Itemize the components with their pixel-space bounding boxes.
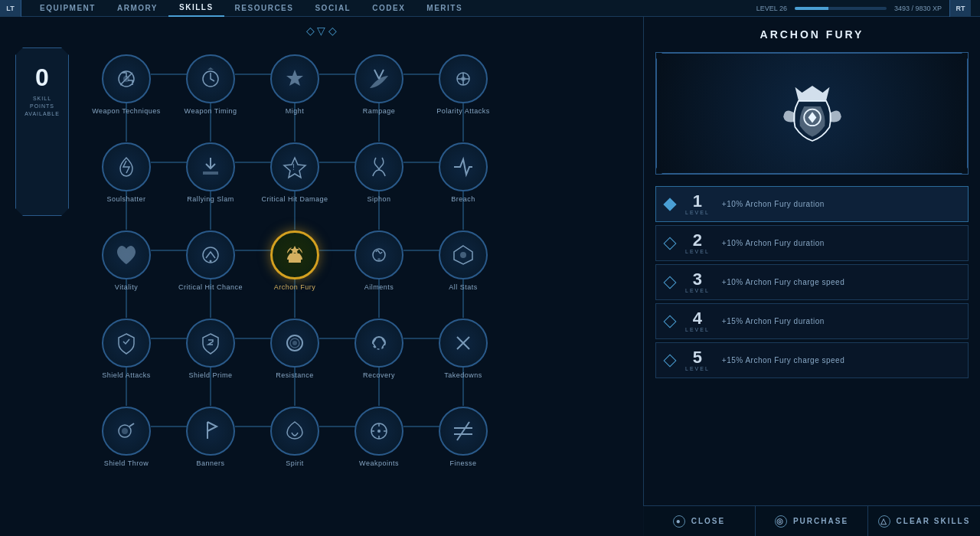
banners-label: Banners bbox=[196, 459, 224, 467]
level-row-3[interactable]: 3 LEVEL +10% Archon Fury charge speed bbox=[655, 264, 969, 300]
skill-polarity-attacks[interactable]: Polarity Attacks bbox=[421, 41, 505, 129]
level-row-4[interactable]: 4 LEVEL +15% Archon Fury duration bbox=[655, 303, 969, 339]
level-2-diamond bbox=[664, 237, 677, 250]
shield-attacks-label: Shield Attacks bbox=[102, 371, 151, 379]
skill-rampage[interactable]: Rampage bbox=[337, 41, 421, 129]
nav-right: LEVEL 26 3493 / 9830 XP RT bbox=[756, 0, 980, 17]
skill-weapon-techniques[interactable]: Weapon Techniques bbox=[84, 41, 168, 129]
vitality-label: Vitality bbox=[115, 283, 138, 291]
rt-badge[interactable]: RT bbox=[949, 0, 971, 17]
skill-might[interactable]: Might bbox=[253, 41, 337, 129]
bottom-buttons: ● CLOSE ◎ PURCHASE △ CLEAR SKILLS bbox=[643, 505, 980, 536]
level-5-group: 5 LEVEL bbox=[685, 349, 710, 371]
level-row-2[interactable]: 2 LEVEL +10% Archon Fury duration bbox=[655, 225, 969, 261]
all-stats-icon bbox=[439, 230, 488, 279]
svg-point-49 bbox=[377, 258, 381, 261]
level-text: LEVEL 26 bbox=[756, 5, 787, 12]
skill-critical-hit-damage[interactable]: ! Critical Hit Damage bbox=[253, 129, 337, 217]
nav-skills[interactable]: SKILLS bbox=[168, 0, 224, 17]
skill-all-stats[interactable]: All Stats bbox=[421, 217, 505, 305]
level-4-label: LEVEL bbox=[685, 327, 710, 332]
skill-banners[interactable]: Banners bbox=[168, 393, 253, 481]
skill-recovery[interactable]: Recovery bbox=[337, 305, 421, 393]
xp-text: 3493 / 9830 XP bbox=[894, 5, 942, 12]
critical-hit-damage-icon: ! bbox=[270, 142, 319, 191]
skill-ailments[interactable]: Ailments bbox=[337, 217, 421, 305]
level-3-label: LEVEL bbox=[685, 288, 710, 293]
might-label: Might bbox=[286, 107, 305, 115]
resistance-icon bbox=[270, 319, 319, 368]
skill-takedowns[interactable]: Takedowns bbox=[421, 305, 505, 393]
skill-weakpoints[interactable]: Weakpoints bbox=[337, 393, 421, 481]
weakpoints-icon bbox=[354, 407, 403, 456]
skill-archon-fury[interactable]: Archon Fury bbox=[253, 217, 337, 305]
purchase-label: PURCHASE bbox=[793, 517, 848, 525]
breach-icon bbox=[439, 142, 488, 191]
skill-spirit[interactable]: Spirit bbox=[253, 393, 337, 481]
lt-badge[interactable]: LT bbox=[0, 0, 21, 17]
spirit-label: Spirit bbox=[286, 459, 304, 467]
svg-point-56 bbox=[122, 428, 128, 434]
skill-points-label: SKILLPOINTSAVAILABLE bbox=[24, 95, 60, 117]
svg-point-59 bbox=[804, 109, 821, 126]
recovery-label: Recovery bbox=[363, 371, 395, 379]
level-row-5[interactable]: 5 LEVEL +15% Archon Fury charge speed bbox=[655, 342, 969, 378]
nav-resources[interactable]: RESOURCES bbox=[224, 0, 305, 17]
skill-resistance[interactable]: Resistance bbox=[253, 305, 337, 393]
skill-weapon-timing[interactable]: Weapon Timing bbox=[168, 41, 253, 129]
level-5-number: 5 bbox=[693, 349, 702, 366]
finesse-icon bbox=[439, 407, 488, 456]
breach-label: Breach bbox=[451, 195, 475, 203]
skill-shield-prime[interactable]: Shield Prime bbox=[168, 305, 253, 393]
rallying-slam-label: Rallying Slam bbox=[187, 195, 234, 203]
level-1-label: LEVEL bbox=[685, 210, 710, 215]
svg-point-54 bbox=[292, 341, 297, 345]
level-row-1[interactable]: 1 LEVEL +10% Archon Fury duration bbox=[655, 186, 969, 222]
skill-rallying-slam[interactable]: Rallying Slam bbox=[168, 129, 253, 217]
weakpoints-label: Weakpoints bbox=[359, 459, 399, 467]
clear-skills-button[interactable]: △ CLEAR SKILLS bbox=[868, 506, 980, 536]
vitality-icon bbox=[102, 230, 151, 279]
level-5-desc: +15% Archon Fury charge speed bbox=[722, 356, 844, 364]
soulshatter-icon bbox=[102, 142, 151, 191]
skill-shield-throw[interactable]: Shield Throw bbox=[84, 393, 168, 481]
critical-hit-damage-label: Critical Hit Damage bbox=[261, 195, 328, 203]
finesse-label: Finesse bbox=[449, 459, 476, 467]
shield-prime-label: Shield Prime bbox=[188, 371, 232, 379]
nav-merits[interactable]: MERITS bbox=[416, 0, 473, 17]
takedowns-label: Takedowns bbox=[444, 371, 482, 379]
weapon-techniques-icon bbox=[102, 54, 151, 103]
nav-codex[interactable]: CODEX bbox=[361, 0, 416, 17]
might-icon bbox=[270, 54, 319, 103]
all-stats-label: All Stats bbox=[449, 283, 478, 291]
skill-breach[interactable]: Breach bbox=[421, 129, 505, 217]
skill-shield-attacks[interactable]: Shield Attacks bbox=[84, 305, 168, 393]
skill-finesse[interactable]: Finesse bbox=[421, 393, 505, 481]
skills-header: ◇ ▽ ◇ bbox=[15, 25, 628, 37]
skill-siphon[interactable]: Siphon bbox=[337, 129, 421, 217]
shield-throw-icon bbox=[102, 407, 151, 456]
svg-point-58 bbox=[377, 430, 381, 433]
nav-armory[interactable]: ARMORY bbox=[106, 0, 168, 17]
nav-social[interactable]: SOCIAL bbox=[304, 0, 361, 17]
level-3-diamond bbox=[664, 276, 677, 289]
level-5-label: LEVEL bbox=[685, 366, 710, 371]
close-button[interactable]: ● CLOSE bbox=[643, 506, 756, 536]
level-1-diamond bbox=[664, 198, 677, 211]
purchase-button[interactable]: ◎ PURCHASE bbox=[756, 506, 868, 536]
soulshatter-label: Soulshatter bbox=[106, 195, 145, 203]
skill-points-badge: 0 SKILLPOINTSAVAILABLE bbox=[15, 47, 69, 216]
skill-vitality[interactable]: Vitality bbox=[84, 217, 168, 305]
svg-point-43 bbox=[461, 77, 466, 81]
skill-critical-hit-chance[interactable]: Critical Hit Chance bbox=[168, 217, 253, 305]
purchase-btn-icon: ◎ bbox=[775, 515, 787, 528]
skill-grid: Weapon Techniques Weapon Timing Might Ra… bbox=[84, 41, 628, 481]
skill-soulshatter[interactable]: Soulshatter bbox=[84, 129, 168, 217]
level-4-number: 4 bbox=[693, 310, 702, 327]
xp-bar-fill bbox=[795, 7, 828, 10]
rampage-icon bbox=[354, 54, 403, 103]
level-3-number: 3 bbox=[693, 271, 702, 288]
svg-point-47 bbox=[210, 260, 212, 263]
level-1-group: 1 LEVEL bbox=[685, 193, 710, 215]
nav-equipment[interactable]: EQUIPMENT bbox=[29, 0, 106, 17]
